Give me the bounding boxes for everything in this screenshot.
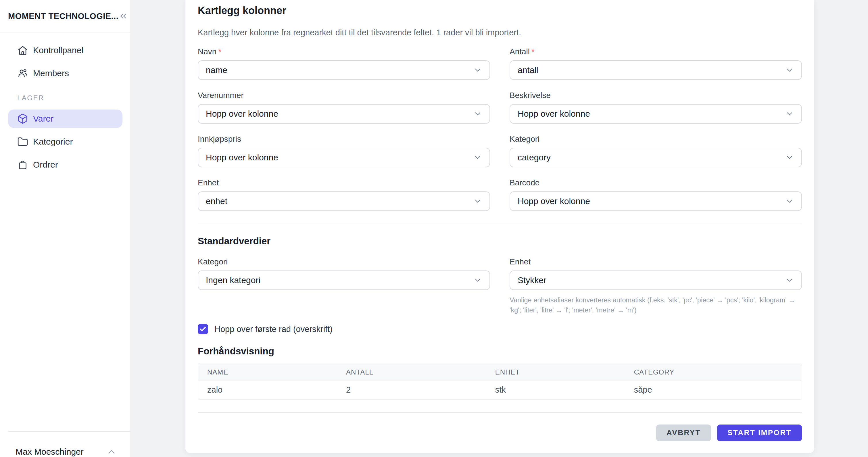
enhet-select[interactable]: enhet [198, 191, 490, 211]
field-label: Antall* [509, 47, 802, 57]
column-mapping-grid: Navn* name Antall* antall Varenummer Hop… [198, 47, 802, 211]
sidebar-item-ordrer[interactable]: Ordrer [8, 155, 122, 174]
skip-header-row: Hopp over første rad (overskrift) [198, 324, 802, 334]
preview-heading: Forhåndsvisning [198, 345, 802, 357]
unit-alias-helper-text: Vanlige enhetsaliaser konverteres automa… [509, 295, 802, 315]
folder-icon [17, 136, 28, 147]
footer-actions: AVBRYT START IMPORT [198, 413, 802, 454]
kategori-select[interactable]: category [509, 148, 802, 167]
varenummer-select[interactable]: Hopp over kolonne [198, 104, 490, 124]
column-header: NAME [198, 364, 337, 380]
chevron-down-icon [785, 110, 794, 118]
barcode-select[interactable]: Hopp over kolonne [509, 191, 802, 211]
sidebar-nav: Kontrollpanel Members LAGER Varer [0, 32, 130, 174]
chevron-down-icon [785, 197, 794, 206]
table-row: zalo 2 stk såpe [198, 381, 802, 399]
column-header: CATEGORY [625, 364, 802, 380]
bag-icon [17, 159, 28, 170]
navn-select[interactable]: name [198, 60, 490, 80]
skip-header-label: Hopp over første rad (overskrift) [214, 325, 333, 334]
default-kategori-select[interactable]: Ingen kategori [198, 271, 490, 290]
field-navn: Navn* name [198, 47, 490, 80]
sidebar-item-label: Kategorier [33, 137, 73, 147]
field-label: Enhet [509, 257, 802, 267]
check-icon [199, 325, 207, 333]
sidebar-item-label: Kontrollpanel [33, 45, 83, 55]
home-icon [17, 45, 28, 56]
cancel-button[interactable]: AVBRYT [656, 425, 711, 441]
users-icon [17, 68, 28, 79]
chevron-down-icon [473, 153, 482, 162]
chevron-down-icon [785, 66, 794, 74]
field-barcode: Barcode Hopp over kolonne [509, 178, 802, 211]
field-label: Varenummer [198, 90, 490, 100]
sidebar-user-area: Max Moeschinger [0, 431, 130, 457]
divider [198, 224, 802, 224]
page-title: Kartlegg kolonner [198, 4, 802, 17]
import-mapping-card: Kartlegg kolonner Kartlegg hver kolonne … [185, 0, 814, 453]
cell-category: såpe [625, 381, 802, 399]
field-innkjopspris: Innkjøpspris Hopp over kolonne [198, 134, 490, 167]
field-label: Kategori [198, 257, 490, 267]
field-kategori: Kategori category [509, 134, 802, 167]
column-header: ENHET [486, 364, 625, 380]
antall-select[interactable]: antall [509, 60, 802, 80]
sidebar-collapse-button[interactable] [118, 11, 128, 21]
sidebar-item-label: Ordrer [33, 160, 58, 170]
sidebar-item-kategorier[interactable]: Kategorier [8, 132, 122, 151]
default-enhet-field: Enhet Stykker Vanlige enhetsaliaser konv… [509, 257, 802, 315]
field-label: Kategori [509, 134, 802, 144]
cell-antall: 2 [337, 381, 486, 399]
sidebar-section-lager: LAGER [8, 94, 122, 102]
user-menu[interactable]: Max Moeschinger [0, 432, 130, 457]
start-import-button[interactable]: START IMPORT [717, 425, 802, 441]
chevron-down-icon [473, 197, 482, 206]
sidebar-item-label: Varer [33, 114, 54, 124]
chevron-down-icon [473, 276, 482, 284]
user-name: Max Moeschinger [16, 447, 84, 457]
defaults-heading: Standardverdier [198, 235, 802, 247]
field-label: Innkjøpspris [198, 134, 490, 144]
preview-table: NAME ANTALL ENHET CATEGORY zalo 2 stk så… [198, 364, 802, 399]
defaults-grid: Kategori Ingen kategori Enhet Stykker Va… [198, 257, 802, 315]
field-label: Navn* [198, 47, 490, 57]
table-header-row: NAME ANTALL ENHET CATEGORY [198, 364, 802, 381]
required-asterisk: * [531, 47, 535, 56]
sidebar-item-label: Members [33, 68, 69, 78]
beskrivelse-select[interactable]: Hopp over kolonne [509, 104, 802, 124]
innkjopspris-select[interactable]: Hopp over kolonne [198, 148, 490, 167]
sidebar-item-varer[interactable]: Varer [8, 110, 122, 128]
sidebar-item-kontrollpanel[interactable]: Kontrollpanel [8, 41, 122, 60]
field-antall: Antall* antall [509, 47, 802, 80]
field-label: Enhet [198, 178, 490, 188]
field-beskrivelse: Beskrivelse Hopp over kolonne [509, 90, 802, 124]
field-label: Beskrivelse [509, 90, 802, 100]
chevron-down-icon [473, 66, 482, 74]
cell-name: zalo [198, 381, 337, 399]
sidebar: MOMENT TECHNOLOGIE... Kontrollpanel [0, 0, 131, 457]
skip-header-checkbox[interactable] [198, 324, 208, 334]
chevron-up-icon [106, 447, 117, 457]
sidebar-header: MOMENT TECHNOLOGIE... [0, 0, 130, 32]
column-header: ANTALL [337, 364, 486, 380]
chevron-down-icon [473, 110, 482, 118]
required-asterisk: * [218, 47, 221, 56]
cell-enhet: stk [486, 381, 625, 399]
page-description: Kartlegg hver kolonne fra regnearket dit… [198, 27, 802, 38]
main-area: Kartlegg kolonner Kartlegg hver kolonne … [131, 0, 868, 457]
chevrons-left-icon [118, 11, 128, 21]
org-name: MOMENT TECHNOLOGIE... [8, 11, 118, 21]
chevron-down-icon [785, 276, 794, 284]
default-kategori-field: Kategori Ingen kategori [198, 257, 490, 315]
field-label: Barcode [509, 178, 802, 188]
default-enhet-select[interactable]: Stykker [509, 271, 802, 290]
field-varenummer: Varenummer Hopp over kolonne [198, 90, 490, 124]
field-enhet: Enhet enhet [198, 178, 490, 211]
sidebar-item-members[interactable]: Members [8, 64, 122, 83]
chevron-down-icon [785, 153, 794, 162]
package-icon [17, 113, 28, 124]
